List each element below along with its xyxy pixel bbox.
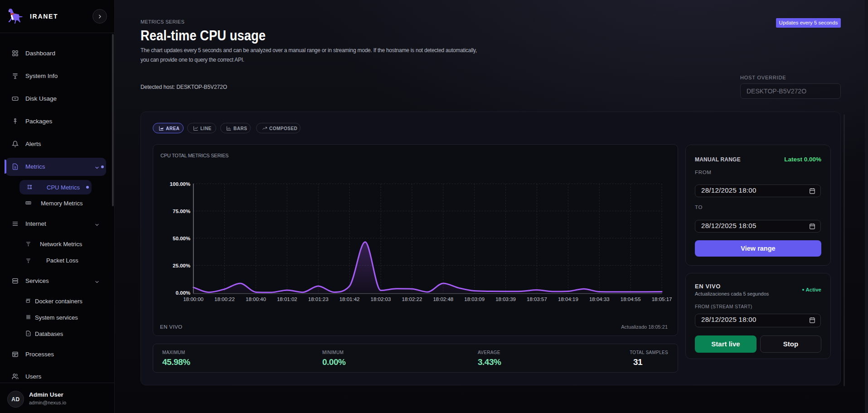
svg-text:25.00%: 25.00% <box>173 263 190 268</box>
svg-text:18:05:17: 18:05:17 <box>652 296 672 302</box>
svg-text:18:03:39: 18:03:39 <box>495 296 516 302</box>
svg-text:18:01:42: 18:01:42 <box>339 296 360 302</box>
svg-text:18:02:03: 18:02:03 <box>371 296 391 302</box>
svg-text:18:03:57: 18:03:57 <box>527 296 547 302</box>
svg-text:18:04:33: 18:04:33 <box>589 296 610 302</box>
svg-text:75.00%: 75.00% <box>173 209 190 214</box>
svg-text:0.00%: 0.00% <box>175 290 190 296</box>
svg-text:18:01:23: 18:01:23 <box>308 296 329 302</box>
svg-text:18:02:48: 18:02:48 <box>433 296 453 302</box>
svg-text:18:02:22: 18:02:22 <box>402 296 422 302</box>
svg-text:18:03:09: 18:03:09 <box>464 296 485 302</box>
svg-text:18:04:19: 18:04:19 <box>558 296 578 302</box>
svg-text:18:00:40: 18:00:40 <box>246 296 266 302</box>
svg-text:18:04:55: 18:04:55 <box>621 296 641 302</box>
svg-text:18:00:22: 18:00:22 <box>214 296 235 302</box>
svg-text:100.00%: 100.00% <box>170 181 190 187</box>
svg-text:50.00%: 50.00% <box>173 236 190 241</box>
svg-text:18:01:02: 18:01:02 <box>277 296 297 302</box>
svg-text:18:00:00: 18:00:00 <box>183 296 204 302</box>
